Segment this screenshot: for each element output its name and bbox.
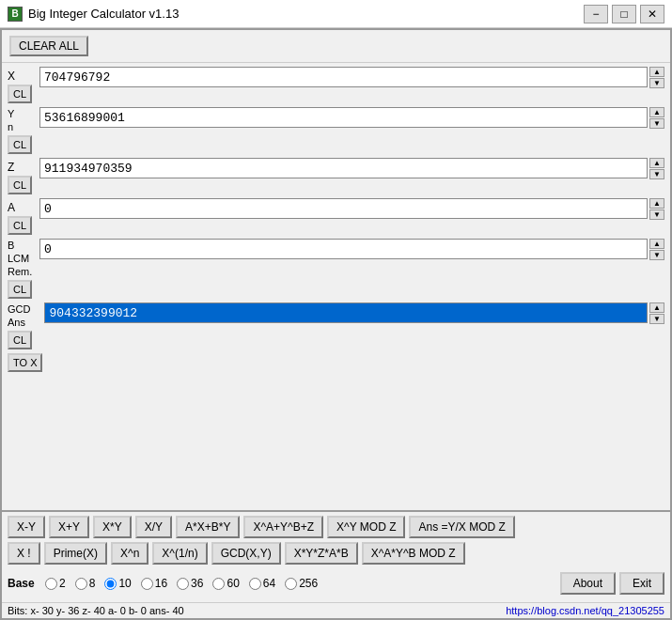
register-yn-row: Y n CL ▲ ▼ [8,107,664,154]
gcd-x-y-button[interactable]: GCD(X,Y) [211,542,281,565]
base-8-option[interactable]: 8 [75,577,96,590]
register-x-row: X CL ▲ ▼ [8,67,664,103]
reg-x-input[interactable] [39,67,648,87]
x-a-plus-y-b-plus-z-button[interactable]: X^A+Y^B+Z [243,516,323,538]
x-root-n-button[interactable]: X^(1/n) [152,542,207,565]
reg-x-input-wrap [39,67,648,87]
register-a-row: A CL ▲ ▼ [8,198,664,235]
reg-yn-scroll-down[interactable]: ▼ [649,118,664,129]
reg-a-actions: A CL [8,198,38,235]
reg-x-actions: X CL [8,67,38,103]
reg-a-scroll-up[interactable]: ▲ [649,198,664,209]
exit-button[interactable]: Exit [619,572,664,595]
reg-z-label: Z [8,158,38,174]
reg-ans-actions: GCD Ans CL TO X [8,302,42,372]
status-bar: Bits: x- 30 y- 36 z- 40 a- 0 b- 0 ans- 4… [2,602,670,618]
reg-ans-cl-button[interactable]: CL [8,331,32,349]
reg-z-input[interactable] [39,158,648,178]
reg-yn-label: Y n [8,107,38,133]
maximize-button[interactable]: □ [612,5,636,23]
base-10-radio[interactable] [104,578,117,590]
base-60-option[interactable]: 60 [212,577,239,590]
reg-x-scroll-down[interactable]: ▼ [649,78,664,88]
base-36-radio[interactable] [177,578,189,590]
reg-yn-input[interactable] [39,107,648,128]
about-button[interactable]: About [560,572,616,595]
a-x-plus-b-y-button[interactable]: A*X+B*Y [176,516,240,538]
x-minus-y-button[interactable]: X-Y [8,516,45,538]
x-plus-y-button[interactable]: X+Y [49,516,89,538]
reg-b-scroll: ▲ ▼ [649,239,664,260]
reg-ans-scroll-up[interactable]: ▲ [649,302,664,313]
base-8-radio[interactable] [75,578,87,590]
reg-yn-scroll-up[interactable]: ▲ [649,107,664,117]
reg-z-actions: Z CL [8,158,38,194]
base-action-buttons: About Exit [560,572,664,595]
x-pow-n-button[interactable]: X^n [111,542,148,565]
reg-z-input-wrap [39,158,648,178]
reg-z-scroll-up[interactable]: ▲ [649,158,664,168]
reg-ans-input[interactable] [44,302,648,323]
reg-yn-input-wrap [39,107,648,128]
base-64-radio[interactable] [249,578,261,590]
x-pow-y-mod-z-button[interactable]: X^Y MOD Z [327,516,405,538]
x-a-y-b-mod-z-button[interactable]: X^A*Y^B MOD Z [362,542,465,565]
base-label: Base [8,577,38,590]
reg-x-cl-button[interactable]: CL [8,85,32,103]
x-div-y-button[interactable]: X/Y [135,516,172,538]
reg-x-scroll: ▲ ▼ [649,67,664,88]
reg-a-scroll-down[interactable]: ▼ [649,209,664,220]
registers-area: X CL ▲ ▼ Y n CL ▲ [2,63,670,510]
base-2-radio[interactable] [45,578,57,590]
bottom-section: X-Y X+Y X*Y X/Y A*X+B*Y X^A+Y^B+Z X^Y MO… [2,510,670,602]
reg-b-label: B LCM Rem. [8,239,38,278]
base-row: Base 2 8 10 16 36 60 [8,568,664,598]
reg-b-cl-button[interactable]: CL [8,280,32,299]
reg-yn-cl-button[interactable]: CL [8,135,32,154]
reg-b-actions: B LCM Rem. CL [8,239,38,299]
base-256-radio[interactable] [285,578,297,590]
to-x-button[interactable]: TO X [8,353,42,372]
base-radio-group: 2 8 10 16 36 60 64 [45,577,318,590]
reg-a-scroll: ▲ ▼ [649,198,664,220]
reg-z-cl-button[interactable]: CL [8,176,32,194]
base-60-radio[interactable] [212,578,225,590]
prime-x-button[interactable]: Prime(X) [44,542,107,565]
clear-all-button[interactable]: CLEAR ALL [9,36,88,56]
base-16-radio[interactable] [141,578,153,590]
window-controls: − □ ✕ [584,5,664,23]
reg-a-label: A [8,198,38,214]
reg-z-scroll-down[interactable]: ▼ [649,169,664,179]
register-z-row: Z CL ▲ ▼ [8,158,664,194]
reg-yn-actions: Y n CL [8,107,38,154]
reg-b-input[interactable] [39,239,648,259]
close-button[interactable]: ✕ [640,5,664,23]
minimize-button[interactable]: − [584,5,608,23]
x-y-z-a-b-button[interactable]: X*Y*Z*A*B [285,542,358,565]
reg-x-scroll-up[interactable]: ▲ [649,67,664,77]
ans-y-div-x-mod-z-button[interactable]: Ans =Y/X MOD Z [409,516,514,538]
base-10-option[interactable]: 10 [104,577,131,590]
toolbar: CLEAR ALL [2,30,670,63]
reg-yn-scroll: ▲ ▼ [649,107,664,129]
register-b-row: B LCM Rem. CL ▲ ▼ [8,239,664,299]
x-factorial-button[interactable]: X ! [8,542,40,565]
reg-ans-label: GCD Ans [8,302,38,329]
app-icon: B [8,7,23,22]
base-16-option[interactable]: 16 [141,577,167,590]
base-256-option[interactable]: 256 [285,577,318,590]
base-36-option[interactable]: 36 [177,577,203,590]
base-64-option[interactable]: 64 [249,577,275,590]
reg-a-input[interactable] [39,198,648,219]
main-window: CLEAR ALL X CL ▲ ▼ Y n CL [0,28,672,620]
reg-b-input-wrap [39,239,648,259]
title-bar-left: B Big Integer Calculator v1.13 [8,7,179,22]
x-times-y-button[interactable]: X*Y [93,516,132,538]
base-2-option[interactable]: 2 [45,577,66,590]
reg-ans-scroll-down[interactable]: ▼ [649,314,664,324]
op-row-1: X-Y X+Y X*Y X/Y A*X+B*Y X^A+Y^B+Z X^Y MO… [8,516,664,538]
reg-b-scroll-down[interactable]: ▼ [649,250,664,260]
reg-b-scroll-up[interactable]: ▲ [649,239,664,249]
reg-a-cl-button[interactable]: CL [8,216,32,235]
reg-x-label: X [8,67,38,83]
